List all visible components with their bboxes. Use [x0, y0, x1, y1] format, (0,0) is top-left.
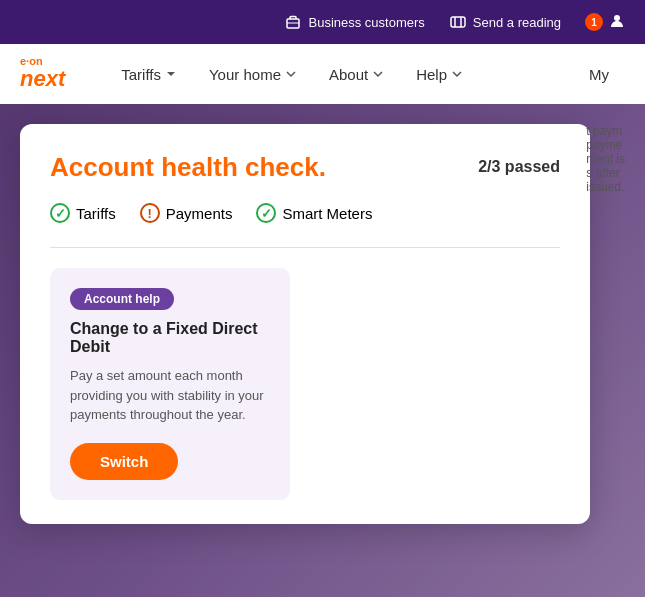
card-description: Pay a set amount each month providing yo…: [70, 366, 270, 425]
check-pass-icon: ✓: [50, 203, 70, 223]
meter-icon: [449, 13, 467, 31]
modal-overlay: Account health check. 2/3 passed ✓ Tarif…: [0, 104, 645, 597]
modal-header: Account health check. 2/3 passed: [50, 152, 560, 183]
check-payments: ! Payments: [140, 203, 233, 223]
about-label: About: [329, 66, 368, 83]
chevron-down-icon: [451, 68, 463, 80]
right-text-line5: issued.: [586, 180, 625, 194]
your-home-label: Your home: [209, 66, 281, 83]
nav-your-home[interactable]: Your home: [193, 44, 313, 104]
business-customers-link[interactable]: Business customers: [284, 13, 424, 31]
business-customers-label: Business customers: [308, 15, 424, 30]
card-title: Change to a Fixed Direct Debit: [70, 320, 270, 356]
nav-tariffs[interactable]: Tariffs: [105, 44, 193, 104]
nav-my[interactable]: My: [573, 44, 625, 104]
top-bar: Business customers Send a reading 1: [0, 0, 645, 44]
modal-title: Account health check.: [50, 152, 326, 183]
send-reading-label: Send a reading: [473, 15, 561, 30]
passed-badge: 2/3 passed: [478, 158, 560, 176]
right-text-line4: s after: [586, 166, 625, 180]
nav-bar: e·on next Tariffs Your home About Help M…: [0, 44, 645, 104]
chevron-down-icon: [285, 68, 297, 80]
check-payments-label: Payments: [166, 205, 233, 222]
check-pass-icon-2: ✓: [256, 203, 276, 223]
nav-about[interactable]: About: [313, 44, 400, 104]
right-text-line3: ment is: [586, 152, 625, 166]
profile-icon: [609, 13, 625, 32]
tariffs-label: Tariffs: [121, 66, 161, 83]
svg-point-5: [614, 15, 620, 21]
notification-button[interactable]: 1: [585, 13, 625, 32]
divider: [50, 247, 560, 248]
check-smart-meters: ✓ Smart Meters: [256, 203, 372, 223]
help-card: Account help Change to a Fixed Direct De…: [50, 268, 290, 500]
briefcase-icon: [284, 13, 302, 31]
eon-next-logo[interactable]: e·on next: [20, 56, 65, 91]
svg-rect-2: [451, 17, 465, 27]
check-tariffs-label: Tariffs: [76, 205, 116, 222]
right-text-line1: t paym: [586, 124, 625, 138]
chevron-down-icon: [165, 68, 177, 80]
right-text-line2: payme: [586, 138, 625, 152]
right-side-text: t paym payme ment is s after issued.: [586, 124, 625, 194]
switch-button[interactable]: Switch: [70, 443, 178, 480]
my-label: My: [589, 66, 609, 83]
checks-row: ✓ Tariffs ! Payments ✓ Smart Meters: [50, 203, 560, 223]
check-warn-icon: !: [140, 203, 160, 223]
check-tariffs: ✓ Tariffs: [50, 203, 116, 223]
notification-badge: 1: [585, 13, 603, 31]
logo-next-text: next: [20, 67, 65, 91]
help-label: Help: [416, 66, 447, 83]
chevron-down-icon: [372, 68, 384, 80]
check-smart-meters-label: Smart Meters: [282, 205, 372, 222]
send-reading-link[interactable]: Send a reading: [449, 13, 561, 31]
account-health-check-modal: Account health check. 2/3 passed ✓ Tarif…: [20, 124, 590, 524]
account-help-badge: Account help: [70, 288, 174, 310]
nav-help[interactable]: Help: [400, 44, 479, 104]
